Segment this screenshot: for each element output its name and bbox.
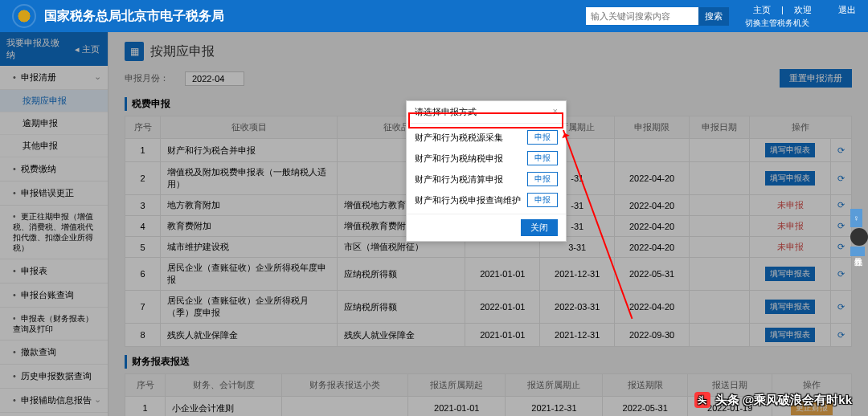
watermark-text: 头条 @乘风破浪会有时kk bbox=[715, 393, 852, 408]
float-help-icon[interactable]: ♀ bbox=[850, 209, 862, 227]
close-icon[interactable]: × bbox=[553, 106, 558, 118]
modal-title: 请选择申报方式 bbox=[415, 106, 477, 118]
modal-option-row: 财产和行为税清算申报申报 bbox=[407, 169, 566, 190]
app-header: 国家税务总局北京市电子税务局 搜索 主页 | 欢迎 退出 切换主管税务机关 bbox=[0, 0, 868, 32]
welcome-text: 欢迎 bbox=[794, 5, 812, 14]
modal-dialog: 请选择申报方式 × 财产和行为税税源采集申报财产和行为税纳税申报申报财产和行为税… bbox=[406, 100, 567, 242]
modal-option-button[interactable]: 申报 bbox=[527, 130, 558, 145]
modal-option-row: 财产和行为税纳税申报申报 bbox=[407, 148, 566, 169]
modal-close-button[interactable]: 关闭 bbox=[521, 219, 558, 236]
header-links: 主页 | 欢迎 退出 切换主管税务机关 bbox=[745, 4, 856, 29]
float-widget: ♀ 在线导办 bbox=[850, 209, 868, 257]
modal-option-label: 财产和行为税申报查询维护 bbox=[415, 194, 521, 206]
modal-option-label: 财产和行为税清算申报 bbox=[415, 173, 503, 186]
home-link[interactable]: 主页 bbox=[753, 5, 771, 14]
float-avatar-icon[interactable] bbox=[850, 228, 868, 246]
float-guide[interactable]: 在线导办 bbox=[850, 247, 865, 256]
modal-option-label: 财产和行为税税源采集 bbox=[415, 132, 503, 144]
app-title: 国家税务总局北京市电子税务局 bbox=[44, 8, 586, 25]
modal-option-row: 财产和行为税税源采集申报 bbox=[407, 127, 566, 148]
modal-option-button[interactable]: 申报 bbox=[527, 172, 558, 186]
search-box: 搜索 bbox=[586, 7, 729, 26]
modal-option-row: 财产和行为税申报查询维护申报 bbox=[407, 190, 566, 210]
logout-link[interactable]: 退出 bbox=[838, 5, 856, 14]
switch-link[interactable]: 切换主管税务机关 bbox=[745, 18, 856, 29]
watermark: 头 头条 @乘风破浪会有时kk bbox=[694, 392, 852, 408]
search-button[interactable]: 搜索 bbox=[698, 7, 729, 26]
search-input[interactable] bbox=[586, 7, 698, 25]
logo-icon bbox=[12, 4, 36, 28]
modal-option-label: 财产和行为税纳税申报 bbox=[415, 153, 503, 165]
modal-option-button[interactable]: 申报 bbox=[527, 151, 558, 165]
watermark-logo-icon: 头 bbox=[694, 392, 710, 408]
modal-option-button[interactable]: 申报 bbox=[527, 193, 558, 207]
